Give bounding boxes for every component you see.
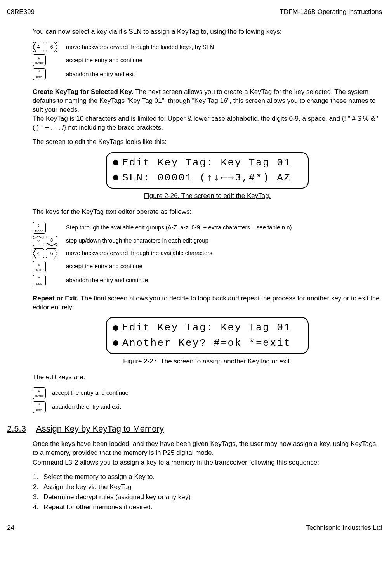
header-right: TDFM-136B Operating Instructions <box>280 8 382 17</box>
footer-right: Technisonic Industries Ltd <box>306 524 382 532</box>
key-description: accept the entry and continue <box>66 56 142 64</box>
key-description: accept the entry and continue <box>52 389 129 397</box>
list-item: Repeat for other memories if desired. <box>40 503 382 512</box>
list-item: Assign the key via the KeyTag <box>40 483 382 492</box>
lcd-text: SLN: 00001 (↑↓←→3,#*) AZ <box>122 171 291 185</box>
page-header: 08RE399 TDFM-136B Operating Instructions <box>7 8 382 17</box>
lcd-screen-1: Edit Key Tag: Key Tag 01 SLN: 00001 (↑↓←… <box>106 152 309 189</box>
table-row: 2 8 step up/down through the characters … <box>33 236 382 246</box>
lcd-line-2: Another Key? #=ok *=exit <box>107 336 308 351</box>
figure-caption: Figure 2-27. The screen to assign anothe… <box>33 357 382 366</box>
key-description: move backward/forward through the availa… <box>66 249 212 257</box>
lcd-indicator-icon <box>113 160 118 165</box>
page-number: 24 <box>7 524 14 532</box>
enter-key-icon: # ENTER <box>33 54 46 66</box>
lcd-indicator-icon <box>113 325 118 331</box>
section-number: 2.5.3 <box>7 423 28 435</box>
key-6-right-icon: 6 <box>46 248 57 258</box>
esc-key-icon: * ESC <box>33 401 46 413</box>
section-heading: 2.5.3 Assign Key by KeyTag to Memory <box>33 423 382 435</box>
lcd-text: Another Key? #=ok *=exit <box>122 336 291 350</box>
subsection-title: Create KeyTag for Selected Key. <box>33 88 133 95</box>
steps-list: Select the memory to assign a Key to. As… <box>40 473 382 512</box>
key-2-up-icon: 2 <box>33 236 44 246</box>
lcd-indicator-icon <box>113 175 118 180</box>
table-row: 4 6 move backward/forward through the av… <box>33 248 382 258</box>
key-description: Step through the available edit groups (… <box>66 224 292 231</box>
intro-text: You can now select a key via it's SLN to… <box>33 28 382 36</box>
key-8-down-icon: 8 <box>46 236 57 246</box>
figure-caption: Figure 2-26. The screen to edit the KeyT… <box>33 192 382 201</box>
table-row: # ENTER accept the entry and continue <box>33 261 382 272</box>
esc-key-icon: * ESC <box>33 275 46 286</box>
key-6-right-icon: 6 <box>46 42 57 52</box>
lcd-indicator-icon <box>113 340 118 346</box>
lcd-screen-2: Edit Key Tag: Key Tag 01 Another Key? #=… <box>106 317 309 354</box>
table-row: 4 6 move backward/forward through the lo… <box>33 42 382 52</box>
lcd-line-1: Edit Key Tag: Key Tag 01 <box>107 155 308 170</box>
page-footer: 24 Technisonic Industries Ltd <box>7 524 382 532</box>
section-title: Assign Key by KeyTag to Memory <box>36 423 164 435</box>
lcd-line-2: SLN: 00001 (↑↓←→3,#*) AZ <box>107 170 308 186</box>
key-description: abandon the entry and exit <box>66 70 135 78</box>
key-4-left-icon: 4 <box>33 42 44 52</box>
key-description: abandon the entry and continue <box>66 276 148 284</box>
esc-key-icon: * ESC <box>33 68 46 80</box>
key-description: accept the entry and continue <box>66 262 142 270</box>
create-keytag-section: Create KeyTag for Selected Key. The next… <box>33 88 382 132</box>
subsection-body: The final screen allows you to decide to… <box>33 295 380 311</box>
key-description: step up/down through the characters in e… <box>66 237 208 245</box>
list-item: Select the memory to assign a Key to. <box>40 473 382 482</box>
key-table-3: # ENTER accept the entry and continue * … <box>33 387 382 413</box>
lcd-text: Edit Key Tag: Key Tag 01 <box>122 321 291 335</box>
enter-key-icon: # ENTER <box>33 261 46 272</box>
key-4-left-icon: 4 <box>33 248 44 258</box>
screen-intro: The screen to edit the KeyTags looks lik… <box>33 138 382 147</box>
edit-keys-intro: The edit keys are: <box>33 373 382 382</box>
enter-key-icon: # ENTER <box>33 387 46 399</box>
list-item: Determine decrypt rules (assigned key or… <box>40 493 382 502</box>
mode-key-icon: 3 MODE <box>33 222 46 234</box>
table-row: * ESC abandon the entry and continue <box>33 275 382 286</box>
table-row: # ENTER accept the entry and continue <box>33 387 382 399</box>
repeat-exit-section: Repeat or Exit. The final screen allows … <box>33 294 382 312</box>
table-row: * ESC abandon the entry and exit <box>33 401 382 413</box>
table-row: * ESC abandon the entry and exit <box>33 68 382 80</box>
subsection-body2: The KeyTag is 10 characters and is limit… <box>33 115 378 131</box>
key-description: move backward/forward through the loaded… <box>66 43 214 51</box>
table-row: 3 MODE Step through the available edit g… <box>33 222 382 234</box>
section-para-2: Command L3-2 allows you to assign a key … <box>33 458 382 467</box>
editor-keys-intro: The keys for the KeyTag text editor oper… <box>33 208 382 217</box>
key-table-2: 3 MODE Step through the available edit g… <box>33 222 382 286</box>
section-para-1: Once the keys have been loaded, and they… <box>33 440 382 458</box>
lcd-line-1: Edit Key Tag: Key Tag 01 <box>107 320 308 335</box>
table-row: # ENTER accept the entry and continue <box>33 54 382 66</box>
key-description: abandon the entry and exit <box>52 403 121 411</box>
lcd-text: Edit Key Tag: Key Tag 01 <box>122 156 291 170</box>
subsection-title: Repeat or Exit. <box>33 295 79 302</box>
key-table-1: 4 6 move backward/forward through the lo… <box>33 42 382 80</box>
header-left: 08RE399 <box>7 8 35 17</box>
